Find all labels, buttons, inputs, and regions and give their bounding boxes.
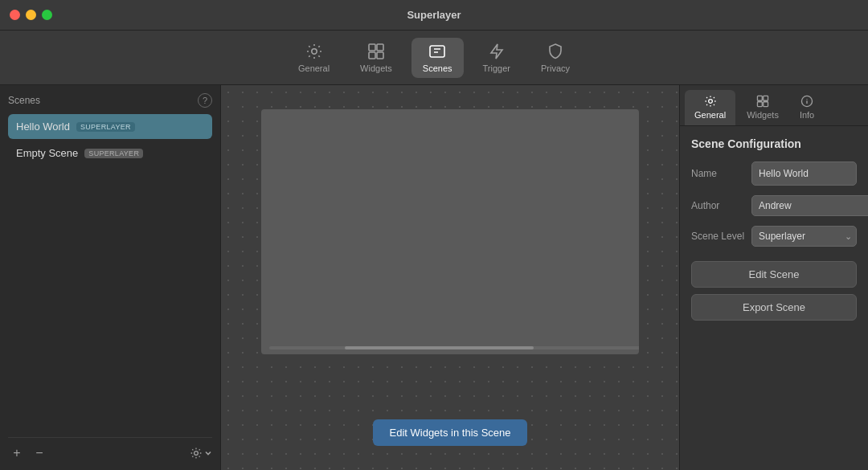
preview-canvas <box>261 109 639 354</box>
toolbar-label-scenes: Scenes <box>423 63 452 73</box>
scene-item-badge: SUPERLAYER <box>84 149 143 158</box>
scene-level-select-wrap: Superlayer Desktop Normal Below Desktop … <box>751 226 857 247</box>
edit-scene-button[interactable]: Edit Scene <box>691 261 857 288</box>
toolbar-item-scenes[interactable]: Scenes <box>411 38 464 78</box>
general-icon <box>305 43 323 60</box>
toolbar-label-general: General <box>298 63 330 73</box>
footer-add-remove: + − <box>8 444 48 462</box>
scene-item-name: Empty Scene <box>16 147 78 159</box>
titlebar: Superlayer <box>0 0 868 31</box>
edit-widgets-button[interactable]: Edit Widgets in this Scene <box>373 419 526 446</box>
scenes-panel: Scenes ? Hello World SUPERLAYER Empty Sc… <box>0 85 221 470</box>
preview-area: Edit Widgets in this Scene <box>221 85 679 470</box>
tab-widgets[interactable]: Widgets <box>737 90 788 125</box>
svg-point-0 <box>311 48 316 53</box>
svg-rect-3 <box>369 52 375 59</box>
scene-settings-button[interactable] <box>190 447 212 460</box>
toolbar-label-widgets: Widgets <box>360 63 392 73</box>
privacy-icon <box>547 43 564 60</box>
svg-point-6 <box>194 452 199 456</box>
scenes-icon <box>428 43 446 60</box>
toolbar-item-widgets[interactable]: Widgets <box>349 38 403 78</box>
scene-item-name: Hello World <box>16 121 70 133</box>
name-row: Name <box>691 161 857 186</box>
toolbar: General Widgets Scenes Trigger Privacy <box>0 31 868 85</box>
svg-point-7 <box>708 100 712 104</box>
main-area: Scenes ? Hello World SUPERLAYER Empty Sc… <box>0 85 868 470</box>
tab-label-info: Info <box>800 110 814 120</box>
toolbar-label-trigger: Trigger <box>483 63 510 73</box>
toolbar-item-privacy[interactable]: Privacy <box>530 38 581 78</box>
general-tab-icon <box>704 95 717 108</box>
tab-info[interactable]: Info <box>790 90 824 125</box>
info-tab-icon <box>800 95 813 108</box>
widgets-tab-icon <box>756 95 769 108</box>
scene-item-badge: SUPERLAYER <box>76 122 135 132</box>
tab-label-general: General <box>694 110 726 120</box>
author-input[interactable] <box>751 195 868 216</box>
chevron-down-icon <box>204 449 212 457</box>
scenes-panel-label: Scenes <box>8 95 40 106</box>
right-panel-content: Scene Configuration Name <box>680 126 868 470</box>
name-input[interactable] <box>752 164 857 183</box>
author-row: Author <box>691 195 857 216</box>
window-controls <box>10 10 52 20</box>
name-label: Name <box>691 168 751 179</box>
trigger-icon <box>488 43 506 60</box>
maximize-button[interactable] <box>42 10 52 20</box>
section-title: Scene Configuration <box>691 137 857 150</box>
name-input-wrapper <box>751 161 857 186</box>
app-title: Superlayer <box>407 9 461 21</box>
svg-rect-10 <box>757 102 762 107</box>
minimize-button[interactable] <box>26 10 36 20</box>
export-scene-button[interactable]: Export Scene <box>691 294 857 321</box>
toolbar-item-general[interactable]: General <box>287 38 341 78</box>
scenes-panel-header: Scenes ? <box>8 93 212 108</box>
scene-level-row: Scene Level Superlayer Desktop Normal Be… <box>691 226 857 247</box>
add-scene-button[interactable]: + <box>8 444 26 462</box>
tab-general[interactable]: General <box>685 90 735 125</box>
svg-rect-9 <box>764 96 768 100</box>
svg-rect-2 <box>377 44 383 51</box>
svg-rect-11 <box>764 102 768 107</box>
remove-scene-button[interactable]: − <box>31 444 48 462</box>
tab-label-widgets: Widgets <box>747 110 779 120</box>
right-panel-tabs: General Widgets Info <box>680 85 868 126</box>
svg-rect-5 <box>430 46 444 57</box>
svg-rect-1 <box>369 44 375 51</box>
svg-rect-4 <box>377 52 383 59</box>
scene-list: Hello World SUPERLAYER Empty Scene SUPER… <box>8 114 212 434</box>
gear-icon <box>190 447 203 460</box>
right-panel: General Widgets Info <box>679 85 868 470</box>
svg-rect-8 <box>757 96 762 100</box>
scene-level-label: Scene Level <box>691 231 751 242</box>
toolbar-item-trigger[interactable]: Trigger <box>472 38 522 78</box>
help-button[interactable]: ? <box>198 93 212 108</box>
toolbar-label-privacy: Privacy <box>541 63 570 73</box>
close-button[interactable] <box>10 10 20 20</box>
scene-item-empty-scene[interactable]: Empty Scene SUPERLAYER <box>8 141 212 166</box>
scenes-footer: + − <box>8 437 212 462</box>
scene-item-hello-world[interactable]: Hello World SUPERLAYER <box>8 114 212 139</box>
widgets-icon <box>367 43 385 60</box>
author-label: Author <box>691 200 751 211</box>
scene-level-select[interactable]: Superlayer Desktop Normal Below Desktop <box>751 226 857 247</box>
